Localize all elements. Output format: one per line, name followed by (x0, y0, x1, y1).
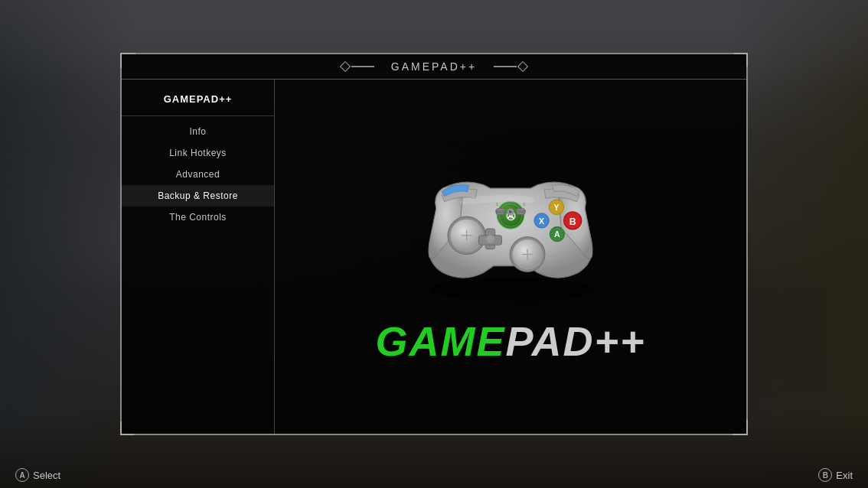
logo: GAME PAD ++ (375, 320, 645, 362)
title-deco-left (341, 63, 374, 70)
controller-wrapper: ✕ ⊛ BACK START 1 2 3 (375, 152, 645, 362)
deco-diamond-left (340, 61, 351, 72)
exit-label: Exit (836, 470, 853, 481)
logo-pad: PAD (505, 320, 594, 362)
main-dialog: GAMEPAD++ GAMEPAD++ Info Link Hotkeys Ad… (120, 53, 748, 435)
svg-text:B: B (569, 216, 576, 226)
sidebar-item-backup-restore[interactable]: Backup & Restore (122, 185, 274, 207)
logo-plus: ++ (594, 320, 645, 362)
svg-text:X: X (539, 216, 544, 225)
exit-hint: B Exit (818, 468, 853, 482)
svg-text:START: START (515, 210, 526, 213)
select-hint: A Select (15, 468, 60, 482)
main-content: ✕ ⊛ BACK START 1 2 3 (275, 80, 746, 434)
bottom-bar: A Select B Exit (0, 462, 868, 488)
b-button-icon: B (818, 468, 832, 482)
select-label: Select (33, 470, 60, 481)
deco-diamond-right (517, 61, 528, 72)
deco-line-right (494, 66, 517, 67)
svg-text:3: 3 (510, 202, 512, 207)
logo-game: GAME (375, 320, 505, 362)
title-deco-right (494, 63, 527, 70)
sidebar-item-info[interactable]: Info (122, 121, 274, 142)
sidebar-item-advanced[interactable]: Advanced (122, 164, 274, 185)
sidebar: GAMEPAD++ Info Link Hotkeys Advanced Bac… (122, 80, 275, 434)
title-bar-decoration: GAMEPAD++ (341, 60, 527, 73)
controller-image: ✕ ⊛ BACK START 1 2 3 (396, 152, 625, 305)
title-bar: GAMEPAD++ (122, 54, 746, 80)
corner-decoration-bl (120, 421, 134, 435)
sidebar-item-link-hotkeys[interactable]: Link Hotkeys (122, 142, 274, 164)
svg-point-11 (486, 234, 494, 242)
a-button-icon: A (15, 468, 29, 482)
svg-point-0 (429, 277, 592, 301)
sidebar-title: GAMEPAD++ (122, 87, 274, 116)
svg-text:A: A (554, 229, 560, 239)
svg-text:BACK: BACK (496, 210, 505, 213)
sidebar-item-the-controls[interactable]: The Controls (122, 207, 274, 228)
dialog-body: GAMEPAD++ Info Link Hotkeys Advanced Bac… (122, 80, 746, 434)
svg-text:1: 1 (496, 202, 498, 207)
deco-line-left (351, 66, 374, 67)
svg-text:Y: Y (553, 203, 559, 212)
dialog-title: GAMEPAD++ (382, 60, 486, 73)
